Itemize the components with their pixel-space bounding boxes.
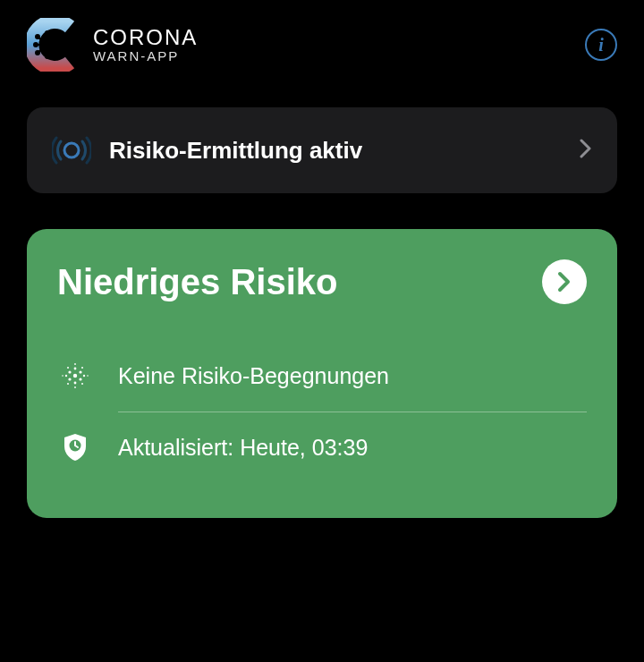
main-content: Risiko-Ermittlung aktiv Niedriges Risiko	[0, 81, 644, 545]
svg-point-14	[34, 43, 38, 47]
svg-point-4	[55, 35, 59, 38]
svg-point-2	[46, 31, 49, 35]
info-icon[interactable]: i	[585, 29, 617, 61]
chevron-right-icon	[580, 137, 592, 165]
brand: CORONA WARN-APP	[27, 18, 198, 72]
risk-details-button[interactable]	[542, 259, 587, 304]
svg-point-34	[87, 375, 89, 377]
exposure-active-icon	[52, 131, 91, 170]
risk-level-title: Niedriges Risiko	[57, 262, 337, 302]
svg-point-24	[74, 382, 77, 385]
svg-point-12	[36, 51, 39, 55]
risk-level-card: Niedriges Risiko	[27, 229, 617, 518]
svg-point-23	[74, 368, 77, 370]
svg-point-6	[57, 43, 61, 47]
svg-point-25	[65, 375, 67, 377]
svg-point-31	[74, 363, 76, 365]
app-logo-icon	[27, 18, 80, 72]
risk-encounters-label: Keine Risiko-Begegnungen	[118, 363, 389, 389]
svg-point-10	[46, 55, 49, 58]
brand-subtitle: WARN-APP	[93, 49, 198, 64]
svg-point-29	[67, 383, 69, 385]
exposure-status-card[interactable]: Risiko-Ermittlung aktiv	[27, 107, 617, 193]
svg-point-26	[83, 375, 85, 377]
svg-point-32	[74, 386, 76, 388]
svg-point-17	[64, 143, 79, 157]
svg-point-19	[68, 370, 71, 373]
svg-point-21	[68, 378, 71, 380]
exposure-status-label: Risiko-Ermittlung aktiv	[109, 137, 562, 165]
svg-point-30	[81, 383, 83, 385]
svg-point-8	[55, 51, 59, 55]
risk-updated-label: Aktualisiert: Heute, 03:39	[118, 435, 368, 461]
risk-encounters-row: Keine Risiko-Begegnungen	[57, 340, 587, 412]
chevron-right-icon	[557, 271, 572, 293]
brand-text: CORONA WARN-APP	[93, 26, 198, 64]
svg-point-27	[67, 367, 69, 369]
svg-point-22	[79, 378, 81, 380]
svg-point-16	[36, 35, 39, 38]
virus-cluster-icon	[57, 360, 93, 392]
risk-header: Niedriges Risiko	[57, 259, 587, 304]
risk-updated-row: Aktualisiert: Heute, 03:39	[57, 412, 587, 482]
svg-point-28	[81, 367, 83, 369]
shield-clock-icon	[57, 432, 93, 463]
svg-point-18	[73, 374, 77, 378]
header: CORONA WARN-APP i	[0, 0, 644, 81]
brand-title: CORONA	[93, 26, 198, 49]
svg-point-20	[79, 370, 81, 373]
svg-point-33	[62, 375, 64, 377]
